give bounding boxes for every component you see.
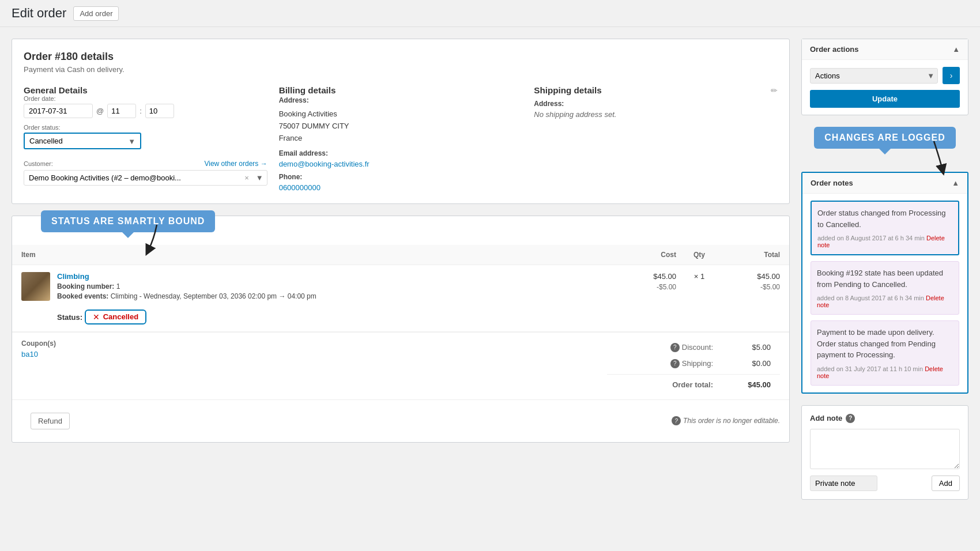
list-item: Payment to be made upon delivery. Order … bbox=[811, 320, 959, 386]
not-editable-notice: ? This order is no longer editable. bbox=[672, 416, 780, 425]
billing-address-label: Address: bbox=[279, 95, 523, 106]
add-note-title: Add note bbox=[810, 414, 842, 422]
item-cost: $45.00 -$5.00 bbox=[619, 272, 676, 291]
item-booked-events: Booked events: Climbing - Wednesday, Sep… bbox=[57, 292, 619, 300]
add-note-help-icon[interactable]: ? bbox=[846, 414, 855, 423]
items-col-cost: Cost bbox=[619, 251, 676, 259]
coupon-code: ba10 bbox=[21, 350, 56, 358]
billing-city: 75007 DUMMY CITY bbox=[279, 120, 523, 133]
status-bound-callout: Status are smartly bound bbox=[41, 210, 215, 232]
note-type-select[interactable]: Private note Note to customer bbox=[810, 475, 877, 491]
note-text: Booking #192 state has been updated from… bbox=[817, 267, 953, 290]
apply-action-button[interactable]: › bbox=[943, 67, 960, 84]
item-status-text: Cancelled bbox=[103, 312, 138, 321]
actions-select-wrapper: Actions ▼ bbox=[810, 68, 938, 84]
items-col-item: Item bbox=[21, 251, 619, 259]
item-status-label: Status: bbox=[57, 313, 82, 322]
note-meta: added on 31 July 2017 at 11 h 10 min Del… bbox=[817, 365, 953, 379]
order-actions-collapse-icon[interactable]: ▲ bbox=[952, 45, 960, 54]
shipping-help-icon[interactable]: ? bbox=[670, 359, 680, 368]
order-status-select[interactable]: Cancelled Processing Completed Pending p… bbox=[25, 134, 140, 148]
shipping-row: ? Shipping: $0.00 bbox=[607, 356, 780, 372]
note-meta: added on 8 August 2017 at 6 h 34 min Del… bbox=[817, 235, 952, 248]
billing-email-link[interactable]: demo@booking-activities.fr bbox=[279, 160, 370, 168]
billing-phone-label: Phone: bbox=[279, 173, 523, 181]
item-total: $45.00 -$5.00 bbox=[722, 272, 780, 291]
payment-method: Payment via Cash on delivery. bbox=[24, 65, 778, 74]
customer-select[interactable]: Demo Booking Activities (#2 – demo@booki… bbox=[24, 171, 241, 185]
order-date-label: Order date: bbox=[24, 95, 267, 102]
item-status-badge: ✕ Cancelled bbox=[85, 310, 146, 324]
item-qty: × 1 bbox=[676, 272, 722, 281]
items-col-total: Total bbox=[722, 251, 780, 259]
at-sign: @ bbox=[96, 107, 104, 115]
order-status-wrapper: Cancelled Processing Completed Pending p… bbox=[24, 133, 141, 149]
billing-address: Address: Booking Activities 75007 DUMMY … bbox=[279, 95, 523, 145]
order-date-input[interactable] bbox=[24, 104, 93, 118]
callout-arrow-icon bbox=[145, 225, 168, 254]
cancelled-x-icon: ✕ bbox=[93, 312, 100, 322]
shipping-address-value: No shipping address set. bbox=[534, 110, 778, 119]
customer-select-arrow-icon: ▼ bbox=[252, 173, 267, 182]
shipping-details-heading: Shipping details bbox=[534, 85, 601, 95]
view-other-orders-link[interactable]: View other orders → bbox=[204, 160, 267, 168]
order-notes-title: Order notes bbox=[811, 179, 853, 187]
discount-row: ? Discount: $5.00 bbox=[607, 339, 780, 356]
colon-sign: : bbox=[140, 107, 142, 115]
order-time-hour-input[interactable] bbox=[107, 104, 136, 118]
customer-select-wrapper: Demo Booking Activities (#2 – demo@booki… bbox=[24, 170, 267, 186]
changes-arrow-icon bbox=[911, 141, 945, 173]
item-booking-number: Booking number: 1 bbox=[57, 282, 619, 290]
order-notes-collapse-icon[interactable]: ▲ bbox=[952, 179, 959, 187]
list-item: Booking #192 state has been updated from… bbox=[811, 261, 959, 315]
add-note-textarea[interactable] bbox=[810, 429, 960, 469]
order-time-min-input[interactable] bbox=[145, 104, 174, 118]
not-editable-help-icon[interactable]: ? bbox=[672, 416, 681, 425]
coupon-label: Coupon(s) bbox=[21, 339, 56, 348]
customer-label: Customer: bbox=[24, 160, 53, 167]
table-row: Climbing Booking number: 1 Booked events… bbox=[12, 265, 789, 332]
items-col-qty: Qty bbox=[676, 251, 722, 259]
note-meta: added on 8 August 2017 at 6 h 34 min Del… bbox=[817, 295, 953, 308]
order-number: Order #180 details bbox=[24, 51, 778, 63]
note-text: Payment to be made upon delivery. Order … bbox=[817, 327, 953, 361]
order-status-label: Order status: bbox=[24, 124, 267, 131]
customer-clear-icon[interactable]: × bbox=[241, 173, 252, 182]
list-item: Order status changed from Processing to … bbox=[811, 201, 959, 255]
shipping-address-label: Address: bbox=[534, 100, 778, 108]
billing-details-heading: Billing details bbox=[279, 85, 523, 95]
refund-button[interactable]: Refund bbox=[31, 413, 70, 429]
order-actions-title: Order actions bbox=[810, 45, 859, 54]
add-order-button[interactable]: Add order bbox=[73, 6, 119, 21]
item-thumbnail bbox=[21, 272, 50, 301]
order-total-row: Order total: $45.00 bbox=[607, 374, 780, 393]
edit-shipping-icon[interactable]: ✏ bbox=[771, 86, 778, 95]
discount-help-icon[interactable]: ? bbox=[670, 343, 680, 352]
billing-email-label: Email address: bbox=[279, 149, 523, 157]
note-text: Order status changed from Processing to … bbox=[817, 207, 952, 230]
general-details-heading: General Details bbox=[24, 85, 267, 95]
page-title: Edit order bbox=[12, 6, 66, 21]
actions-select[interactable]: Actions bbox=[810, 68, 938, 84]
billing-phone-link[interactable]: 0600000000 bbox=[279, 183, 321, 192]
item-name-link[interactable]: Climbing bbox=[57, 272, 89, 281]
billing-company: Booking Activities bbox=[279, 108, 523, 120]
add-note-button[interactable]: Add bbox=[932, 475, 960, 491]
billing-country: France bbox=[279, 133, 523, 145]
update-button[interactable]: Update bbox=[810, 90, 960, 108]
